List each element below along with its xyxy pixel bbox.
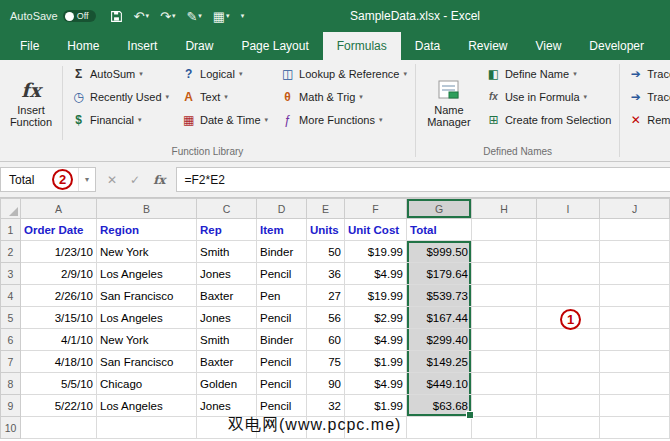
column-header-I[interactable]: I: [537, 199, 600, 219]
cell-G6[interactable]: $299.40: [407, 329, 472, 351]
tab-help[interactable]: Help: [658, 32, 670, 60]
cell-F8[interactable]: $4.99: [345, 373, 407, 395]
create-from-selection-button[interactable]: ⊞ Create from Selection: [482, 109, 615, 130]
cell-C3[interactable]: Jones: [197, 263, 257, 285]
cell-E3[interactable]: 36: [307, 263, 345, 285]
cell-F6[interactable]: $4.99: [345, 329, 407, 351]
use-in-formula-button[interactable]: fx Use in Formula ▾: [482, 86, 615, 107]
tab-page-layout[interactable]: Page Layout: [227, 32, 322, 60]
cell-G1[interactable]: Total: [407, 219, 472, 241]
tab-home[interactable]: Home: [53, 32, 113, 60]
cell-G3[interactable]: $179.64: [407, 263, 472, 285]
cell-F1[interactable]: Unit Cost: [345, 219, 407, 241]
cell-H1[interactable]: [472, 219, 537, 241]
cell-C9[interactable]: Jones: [197, 395, 257, 417]
cell-I3[interactable]: [537, 263, 600, 285]
recently-used-button[interactable]: ◷ Recently Used ▾: [67, 86, 173, 107]
tab-view[interactable]: View: [522, 32, 576, 60]
cell-E7[interactable]: 75: [307, 351, 345, 373]
cell-J6[interactable]: [600, 329, 670, 351]
cell-D9[interactable]: Pencil: [257, 395, 307, 417]
cell-I10[interactable]: [537, 417, 600, 439]
cell-A1[interactable]: Order Date: [21, 219, 97, 241]
cell-J3[interactable]: [600, 263, 670, 285]
cell-C5[interactable]: Jones: [197, 307, 257, 329]
tab-review[interactable]: Review: [454, 32, 521, 60]
cell-D2[interactable]: Binder: [257, 241, 307, 263]
cell-A6[interactable]: 4/1/10: [21, 329, 97, 351]
trace-precedents-button[interactable]: ➔ Trace Precedents: [624, 63, 670, 84]
cell-H5[interactable]: [472, 307, 537, 329]
column-header-G[interactable]: G: [407, 199, 472, 219]
undo-button[interactable]: ↶▾: [134, 9, 149, 24]
cell-A4[interactable]: 2/26/10: [21, 285, 97, 307]
name-box[interactable]: Total ▾: [0, 167, 96, 192]
cell-G9[interactable]: $63.68: [407, 395, 472, 417]
row-header-5[interactable]: 5: [1, 307, 21, 329]
insert-function-button[interactable]: fx Insert Function: [2, 62, 60, 144]
tab-insert[interactable]: Insert: [113, 32, 171, 60]
cell-I2[interactable]: [537, 241, 600, 263]
remove-arrows-button[interactable]: ✕ Remove Arrows ▾: [624, 109, 670, 130]
column-header-E[interactable]: E: [307, 199, 345, 219]
row-header-10[interactable]: 10: [1, 417, 21, 439]
enter-button[interactable]: ✓: [130, 173, 140, 187]
cell-G8[interactable]: $449.10: [407, 373, 472, 395]
cell-B10[interactable]: [97, 417, 197, 439]
define-name-button[interactable]: ◧ Define Name ▾: [482, 63, 615, 84]
cell-F9[interactable]: $1.99: [345, 395, 407, 417]
cell-B9[interactable]: Los Angeles: [97, 395, 197, 417]
cell-D3[interactable]: Pencil: [257, 263, 307, 285]
cell-A10[interactable]: [21, 417, 97, 439]
row-header-6[interactable]: 6: [1, 329, 21, 351]
row-header-4[interactable]: 4: [1, 285, 21, 307]
cell-D8[interactable]: Pencil: [257, 373, 307, 395]
cell-E5[interactable]: 56: [307, 307, 345, 329]
cell-D5[interactable]: Pencil: [257, 307, 307, 329]
customize-qat-button[interactable]: ▾: [241, 12, 245, 20]
cell-H7[interactable]: [472, 351, 537, 373]
tab-developer[interactable]: Developer: [575, 32, 658, 60]
cell-H2[interactable]: [472, 241, 537, 263]
tab-draw[interactable]: Draw: [171, 32, 227, 60]
cell-E2[interactable]: 50: [307, 241, 345, 263]
cell-J5[interactable]: [600, 307, 670, 329]
cell-C4[interactable]: Baxter: [197, 285, 257, 307]
cell-A7[interactable]: 4/18/10: [21, 351, 97, 373]
cell-H9[interactable]: [472, 395, 537, 417]
cell-A3[interactable]: 2/9/10: [21, 263, 97, 285]
cell-J8[interactable]: [600, 373, 670, 395]
cell-B5[interactable]: Los Angeles: [97, 307, 197, 329]
autosum-button[interactable]: Σ AutoSum ▾: [67, 63, 173, 84]
cell-H8[interactable]: [472, 373, 537, 395]
autosave-toggle[interactable]: AutoSave Off: [10, 10, 96, 22]
insert-function-fx-button[interactable]: fx: [153, 173, 165, 187]
cell-J9[interactable]: [600, 395, 670, 417]
row-header-7[interactable]: 7: [1, 351, 21, 373]
cell-F3[interactable]: $4.99: [345, 263, 407, 285]
cell-F2[interactable]: $19.99: [345, 241, 407, 263]
column-header-B[interactable]: B: [97, 199, 197, 219]
cell-C8[interactable]: Golden: [197, 373, 257, 395]
cell-B2[interactable]: New York: [97, 241, 197, 263]
cell-B3[interactable]: Los Angeles: [97, 263, 197, 285]
cell-G5[interactable]: $167.44: [407, 307, 472, 329]
tab-file[interactable]: File: [6, 32, 53, 60]
cell-I7[interactable]: [537, 351, 600, 373]
tab-formulas[interactable]: Formulas: [323, 32, 401, 60]
cell-G7[interactable]: $149.25: [407, 351, 472, 373]
cell-G4[interactable]: $539.73: [407, 285, 472, 307]
cell-F5[interactable]: $2.99: [345, 307, 407, 329]
cell-C2[interactable]: Smith: [197, 241, 257, 263]
cell-H10[interactable]: [472, 417, 537, 439]
column-header-C[interactable]: C: [197, 199, 257, 219]
cell-E1[interactable]: Units: [307, 219, 345, 241]
cell-I8[interactable]: [537, 373, 600, 395]
row-header-1[interactable]: 1: [1, 219, 21, 241]
column-header-H[interactable]: H: [472, 199, 537, 219]
cell-C7[interactable]: Baxter: [197, 351, 257, 373]
cell-I1[interactable]: [537, 219, 600, 241]
cell-J4[interactable]: [600, 285, 670, 307]
formula-bar[interactable]: =F2*E2: [176, 167, 670, 192]
column-header-J[interactable]: J: [600, 199, 670, 219]
